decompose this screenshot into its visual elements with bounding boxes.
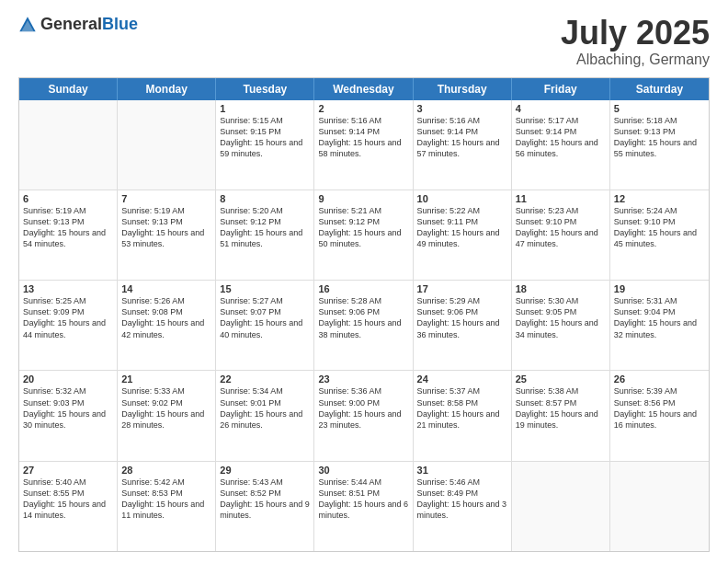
day-number: 28 [121, 465, 211, 476]
sunset-text: Sunset: 9:04 PM [614, 306, 705, 317]
header-saturday: Saturday [610, 78, 709, 100]
day-number: 5 [614, 103, 705, 114]
day-number: 1 [220, 103, 310, 114]
day-cell-28: 28 Sunrise: 5:42 AM Sunset: 8:53 PM Dayl… [118, 462, 216, 551]
sunrise-text: Sunrise: 5:25 AM [23, 295, 113, 306]
day-number: 14 [121, 283, 211, 294]
day-number: 12 [614, 193, 705, 204]
daylight-text: Daylight: 15 hours and 59 minutes. [220, 137, 310, 159]
sunrise-text: Sunrise: 5:23 AM [516, 205, 606, 216]
sunrise-text: Sunrise: 5:40 AM [23, 477, 113, 488]
daylight-text: Daylight: 15 hours and 16 minutes. [614, 408, 705, 431]
day-cell-27: 27 Sunrise: 5:40 AM Sunset: 8:55 PM Dayl… [19, 462, 118, 551]
daylight-text: Daylight: 15 hours and 56 minutes. [516, 137, 606, 159]
sunset-text: Sunset: 9:13 PM [23, 216, 113, 227]
day-cell-16: 16 Sunrise: 5:28 AM Sunset: 9:06 PM Dayl… [314, 281, 413, 370]
day-number: 21 [121, 373, 211, 385]
day-cell-2: 2 Sunrise: 5:16 AM Sunset: 9:14 PM Dayli… [314, 100, 413, 190]
day-number: 13 [23, 283, 113, 294]
daylight-text: Daylight: 15 hours and 42 minutes. [121, 317, 211, 339]
daylight-text: Daylight: 15 hours and 57 minutes. [417, 137, 507, 159]
sunset-text: Sunset: 9:14 PM [417, 126, 507, 137]
sunset-text: Sunset: 9:02 PM [121, 397, 211, 408]
day-cell-26: 26 Sunrise: 5:39 AM Sunset: 8:56 PM Dayl… [610, 371, 709, 460]
daylight-text: Daylight: 15 hours and 21 minutes. [417, 408, 507, 431]
day-cell-22: 22 Sunrise: 5:34 AM Sunset: 9:01 PM Dayl… [216, 371, 314, 460]
sunset-text: Sunset: 9:12 PM [318, 216, 408, 227]
daylight-text: Daylight: 15 hours and 58 minutes. [318, 137, 408, 159]
daylight-text: Daylight: 15 hours and 19 minutes. [516, 408, 606, 431]
daylight-text: Daylight: 15 hours and 26 minutes. [220, 408, 310, 431]
day-cell-empty [512, 462, 610, 551]
day-cell-9: 9 Sunrise: 5:21 AM Sunset: 9:12 PM Dayli… [314, 190, 413, 280]
sunrise-text: Sunrise: 5:17 AM [516, 115, 606, 126]
sunrise-text: Sunrise: 5:27 AM [220, 295, 310, 306]
day-number: 27 [23, 465, 113, 476]
logo: GeneralBlue [18, 15, 138, 34]
sunrise-text: Sunrise: 5:24 AM [614, 205, 705, 216]
day-cell-20: 20 Sunrise: 5:32 AM Sunset: 9:03 PM Dayl… [19, 371, 118, 460]
sunset-text: Sunset: 8:52 PM [220, 488, 310, 499]
sunrise-text: Sunrise: 5:16 AM [318, 115, 408, 126]
sunset-text: Sunset: 8:51 PM [318, 488, 408, 499]
sunrise-text: Sunrise: 5:19 AM [121, 205, 211, 216]
day-number: 23 [318, 373, 408, 385]
location-title: Albaching, Germany [561, 52, 710, 68]
day-cell-4: 4 Sunrise: 5:17 AM Sunset: 9:14 PM Dayli… [512, 100, 610, 190]
daylight-text: Daylight: 15 hours and 53 minutes. [121, 227, 211, 249]
sunset-text: Sunset: 9:03 PM [23, 397, 113, 408]
sunset-text: Sunset: 9:06 PM [318, 306, 408, 317]
sunset-text: Sunset: 9:10 PM [516, 216, 606, 227]
header-friday: Friday [512, 78, 610, 100]
sunset-text: Sunset: 9:13 PM [614, 126, 705, 137]
sunrise-text: Sunrise: 5:33 AM [121, 385, 211, 396]
day-number: 8 [220, 193, 310, 204]
day-cell-5: 5 Sunrise: 5:18 AM Sunset: 9:13 PM Dayli… [610, 100, 709, 190]
page: GeneralBlue July 2025 Albaching, Germany… [0, 0, 728, 563]
sunrise-text: Sunrise: 5:22 AM [417, 205, 507, 216]
sunset-text: Sunset: 9:09 PM [23, 306, 113, 317]
day-number: 9 [318, 193, 408, 204]
week-row-5: 27 Sunrise: 5:40 AM Sunset: 8:55 PM Dayl… [19, 462, 709, 551]
calendar-body: 1 Sunrise: 5:15 AM Sunset: 9:15 PM Dayli… [19, 100, 709, 551]
day-cell-25: 25 Sunrise: 5:38 AM Sunset: 8:57 PM Dayl… [512, 371, 610, 460]
day-cell-15: 15 Sunrise: 5:27 AM Sunset: 9:07 PM Dayl… [216, 281, 314, 370]
sunrise-text: Sunrise: 5:39 AM [614, 385, 705, 396]
day-number: 22 [220, 373, 310, 385]
day-number: 31 [417, 465, 507, 476]
sunrise-text: Sunrise: 5:16 AM [417, 115, 507, 126]
sunset-text: Sunset: 8:49 PM [417, 488, 507, 499]
sunset-text: Sunset: 9:11 PM [417, 216, 507, 227]
day-number: 16 [318, 283, 408, 294]
header: GeneralBlue July 2025 Albaching, Germany [18, 15, 710, 68]
header-tuesday: Tuesday [216, 78, 314, 100]
day-number: 24 [417, 373, 507, 385]
sunrise-text: Sunrise: 5:31 AM [614, 295, 705, 306]
day-number: 18 [516, 283, 606, 294]
calendar: Sunday Monday Tuesday Wednesday Thursday… [18, 77, 710, 552]
daylight-text: Daylight: 15 hours and 14 minutes. [23, 499, 113, 521]
day-cell-13: 13 Sunrise: 5:25 AM Sunset: 9:09 PM Dayl… [19, 281, 118, 370]
daylight-text: Daylight: 15 hours and 23 minutes. [318, 408, 408, 431]
day-cell-3: 3 Sunrise: 5:16 AM Sunset: 9:14 PM Dayli… [414, 100, 512, 190]
day-cell-empty [610, 462, 709, 551]
sunset-text: Sunset: 8:57 PM [516, 397, 606, 408]
sunrise-text: Sunrise: 5:36 AM [318, 385, 408, 396]
sunrise-text: Sunrise: 5:37 AM [417, 385, 507, 396]
sunset-text: Sunset: 9:14 PM [318, 126, 408, 137]
day-number: 20 [23, 373, 113, 385]
day-number: 17 [417, 283, 507, 294]
logo-blue: Blue [102, 15, 138, 33]
daylight-text: Daylight: 15 hours and 49 minutes. [417, 227, 507, 249]
calendar-header: Sunday Monday Tuesday Wednesday Thursday… [19, 78, 709, 100]
day-cell-12: 12 Sunrise: 5:24 AM Sunset: 9:10 PM Dayl… [610, 190, 709, 280]
day-cell-empty [19, 100, 118, 190]
sunset-text: Sunset: 8:55 PM [23, 488, 113, 499]
week-row-3: 13 Sunrise: 5:25 AM Sunset: 9:09 PM Dayl… [19, 281, 709, 371]
day-cell-14: 14 Sunrise: 5:26 AM Sunset: 9:08 PM Dayl… [118, 281, 216, 370]
header-wednesday: Wednesday [314, 78, 413, 100]
title-block: July 2025 Albaching, Germany [561, 15, 710, 68]
sunrise-text: Sunrise: 5:20 AM [220, 205, 310, 216]
day-number: 7 [121, 193, 211, 204]
day-cell-19: 19 Sunrise: 5:31 AM Sunset: 9:04 PM Dayl… [610, 281, 709, 370]
